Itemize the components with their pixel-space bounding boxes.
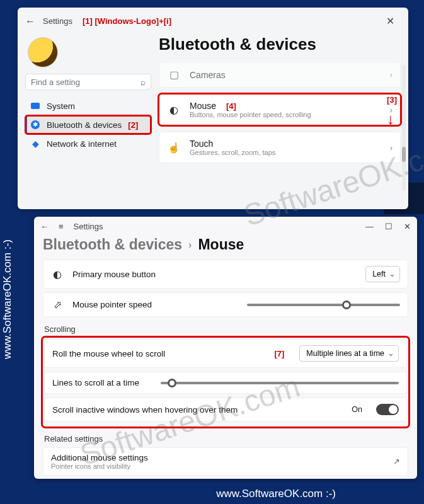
card-subtitle: Gestures, scroll, zoom, taps (190, 149, 381, 156)
nav-label: Bluetooth & devices (47, 120, 122, 130)
annotation-2: [2] (128, 120, 138, 130)
annotation-arrow: ↓ (387, 110, 394, 128)
row-primary-mouse-button: ◐ Primary mouse button Left (43, 260, 408, 289)
scrollbar[interactable] (402, 65, 406, 191)
row-title: Additional mouse settings (51, 453, 393, 462)
settings-window-1: ← Settings [1] [Windows-Logo]+[i] ✕ ⌕ Sy… (18, 8, 408, 209)
settings-window-2: ← ≡ Settings — ☐ ✕ Bluetooth & devices ›… (34, 217, 417, 479)
minimize-button[interactable]: — (365, 222, 374, 231)
window-header: ← Settings [1] [Windows-Logo]+[i] ✕ (18, 8, 408, 35)
main-panel: Bluetooth & devices ▢ Cameras › ◐ Mouse … (159, 35, 401, 169)
user-avatar[interactable] (28, 37, 58, 67)
nav-network[interactable]: ◆ Network & internet (25, 134, 151, 153)
camera-icon: ▢ (167, 69, 181, 81)
card-title: Mouse [4] (190, 101, 381, 111)
close-button[interactable]: ✕ (404, 222, 411, 231)
row-label: Mouse pointer speed (72, 300, 226, 309)
pointer-speed-slider[interactable] (247, 304, 400, 306)
row-label: Scroll inactive windows when hovering ov… (52, 405, 343, 415)
search-input[interactable] (31, 77, 140, 87)
card-mouse[interactable]: ◐ Mouse [4] Buttons, mouse pointer speed… (159, 94, 401, 125)
window-header: ← ≡ Settings — ☐ ✕ (34, 217, 417, 236)
nav-label: System (47, 101, 75, 111)
sidebar: ⌕ System ✱ Bluetooth & devices [2] ◆ Net… (25, 35, 151, 169)
mouse-icon: ◐ (167, 104, 181, 116)
lines-slider[interactable] (161, 382, 399, 384)
primary-button-dropdown[interactable]: Left (365, 266, 400, 282)
row-label: Primary mouse button (72, 270, 357, 279)
row-roll-wheel: Roll the mouse wheel to scroll [7] Multi… (44, 339, 407, 368)
touch-icon: ☝ (167, 142, 181, 154)
row-pointer-speed: ⬀ Mouse pointer speed (43, 292, 408, 317)
nav-bluetooth-devices[interactable]: ✱ Bluetooth & devices [2] (25, 115, 151, 134)
chevron-right-icon: › (390, 70, 392, 79)
scroll-thumb[interactable] (402, 147, 406, 162)
annotation-7: [7] (274, 349, 284, 358)
slider-thumb[interactable] (342, 301, 351, 309)
nav-system[interactable]: System (25, 96, 151, 115)
card-subtitle: Buttons, mouse pointer speed, scrolling (190, 111, 381, 118)
chevron-right-icon: › (390, 143, 392, 152)
menu-button[interactable]: ≡ (59, 222, 64, 231)
annotation-1: [1] [Windows-Logo]+[i] (83, 16, 171, 26)
annotation-scroll-group: Roll the mouse wheel to scroll [7] Multi… (43, 338, 408, 427)
system-icon (31, 103, 40, 109)
row-additional-mouse-settings[interactable]: Additional mouse settings Pointer icons … (43, 447, 408, 476)
wifi-icon: ◆ (30, 139, 40, 149)
card-cameras[interactable]: ▢ Cameras › (159, 62, 401, 88)
mouse-icon: ◐ (51, 268, 64, 280)
search-box[interactable]: ⌕ (25, 74, 151, 90)
slider-thumb[interactable] (168, 379, 176, 387)
search-icon: ⌕ (140, 77, 146, 87)
bottom-caption: www.SoftwareOK.com :-) (216, 488, 336, 500)
nav-label: Network & internet (47, 139, 117, 149)
close-button[interactable]: ✕ (380, 13, 401, 30)
section-related: Related settings (43, 430, 408, 447)
breadcrumb-current: Mouse (198, 236, 244, 253)
row-subtitle: Pointer icons and visibility (51, 462, 393, 470)
window-title: Settings (74, 222, 103, 231)
bluetooth-icon: ✱ (31, 120, 40, 129)
side-caption: www.SoftwareOK.com :-) (1, 239, 14, 359)
back-button[interactable]: ← (25, 16, 35, 27)
row-lines-to-scroll: Lines to scroll at a time (44, 372, 407, 394)
annotation-4: [4] (226, 101, 236, 111)
card-title: Cameras (190, 70, 381, 80)
row-label: Roll the mouse wheel to scroll (52, 349, 265, 358)
card-title: Touch (190, 139, 381, 149)
external-link-icon: ↗ (393, 457, 400, 466)
chevron-right-icon: › (188, 239, 192, 251)
section-scrolling: Scrolling (43, 321, 408, 338)
breadcrumb: Bluetooth & devices › Mouse (34, 236, 417, 260)
scroll-inactive-toggle[interactable] (376, 404, 399, 415)
scroll-mode-dropdown[interactable]: Multiple lines at a time (299, 345, 399, 362)
breadcrumb-parent[interactable]: Bluetooth & devices (43, 236, 182, 253)
row-scroll-inactive: Scroll inactive windows when hovering ov… (44, 398, 407, 421)
toggle-state: On (352, 405, 362, 414)
window-title: Settings (43, 16, 72, 26)
card-touch[interactable]: ☝ Touch Gestures, scroll, zoom, taps › (159, 132, 401, 163)
page-title: Bluetooth & devices (159, 35, 401, 54)
cursor-icon: ⬀ (51, 299, 64, 311)
back-button[interactable]: ← (40, 222, 49, 231)
annotation-3: [3] (387, 95, 397, 105)
maximize-button[interactable]: ☐ (385, 222, 392, 231)
row-label: Lines to scroll at a time (52, 378, 139, 387)
